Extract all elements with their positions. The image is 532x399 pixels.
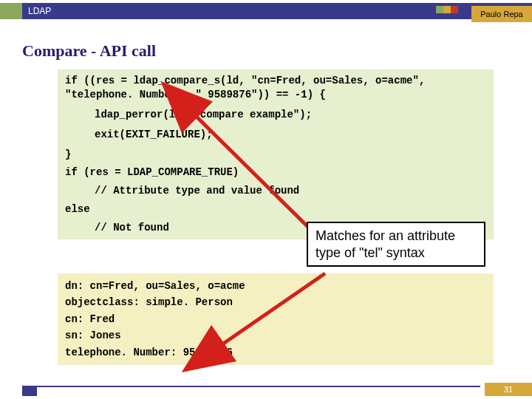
code-line: else: [65, 202, 486, 216]
header-bar: LDAP Paulo Repa: [0, 3, 532, 19]
ldif-line: cn: Fred: [65, 311, 486, 327]
code-line: if (res = LDAP_COMPARE_TRUE): [65, 166, 486, 180]
color-swatches: [436, 6, 466, 13]
accent-block: [0, 3, 22, 19]
footer-accent: [22, 386, 37, 396]
footer-bar: 31: [0, 383, 532, 396]
code-line: "telephone. Number", " 9589876")) == -1)…: [65, 88, 486, 102]
ldif-line: objectclass: simple. Person: [65, 294, 486, 310]
ldif-line: sn: Jones: [65, 327, 486, 344]
code-line: exit(EXIT_FAILURE);: [95, 128, 486, 142]
ldif-block: dn: cn=Fred, ou=Sales, o=acme objectclas…: [58, 273, 494, 365]
code-block: if ((res = ldap_compare_s(ld, "cn=Fred, …: [58, 69, 494, 239]
footer-rule: [37, 386, 480, 387]
header-author: Paulo Repa: [471, 6, 532, 22]
code-line: ldap_perror(ld, "compare example");: [95, 108, 486, 122]
code-line: }: [65, 148, 486, 162]
page-number: 31: [485, 383, 532, 396]
page-title: Compare - API call: [22, 41, 156, 61]
ldif-line: dn: cn=Fred, ou=Sales, o=acme: [65, 278, 486, 294]
code-line: if ((res = ldap_compare_s(ld, "cn=Fred, …: [65, 74, 486, 88]
code-line: // Attribute type and value found: [95, 184, 486, 198]
ldif-line: telephone. Number: 958-9876: [65, 344, 486, 361]
callout-box: Matches for an attribute type of "tel" s…: [307, 222, 485, 267]
header-category: LDAP: [28, 6, 51, 16]
